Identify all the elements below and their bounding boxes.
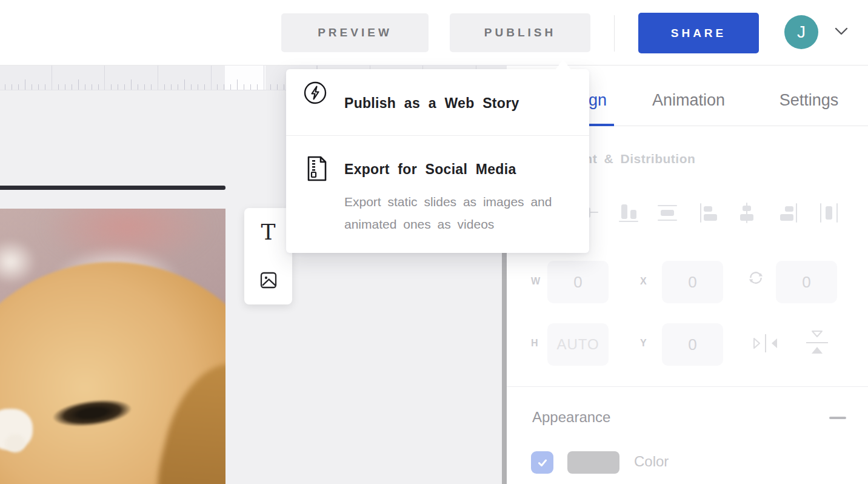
align-horizontal-center-icon[interactable] (735, 201, 759, 225)
menu-item-publish-web-story[interactable]: Publish as a Web Story (286, 69, 589, 135)
publish-dropdown-menu: Publish as a Web Story Export for Social… (286, 69, 589, 253)
menu-item-title: Export for Social Media (344, 161, 516, 178)
align-right-icon[interactable] (776, 201, 800, 225)
flip-vertical-icon[interactable] (804, 329, 830, 357)
section-divider (507, 386, 868, 387)
dropdown-caret (555, 59, 571, 70)
rotation-icon (747, 269, 764, 286)
element-toolbar: T (244, 208, 292, 304)
x-label: X (640, 276, 647, 287)
bone-treat-small (5, 434, 25, 452)
chevron-down-icon[interactable] (833, 24, 850, 38)
share-button[interactable]: SHARE (638, 13, 759, 53)
menu-item-title: Publish as a Web Story (344, 95, 519, 112)
text-tool-button[interactable]: T (244, 208, 292, 256)
menu-item-description: Export static slides as images and anima… (344, 190, 569, 235)
height-label: H (531, 338, 539, 349)
color-swatch[interactable] (567, 451, 619, 474)
width-input[interactable] (547, 261, 609, 303)
flip-horizontal-icon[interactable] (752, 332, 780, 354)
rotation-input[interactable] (776, 261, 837, 303)
align-bottom-icon[interactable] (616, 201, 641, 225)
menu-item-export-social[interactable]: Export for Social Media Export static sl… (286, 136, 589, 253)
topbar-divider (614, 15, 615, 52)
color-label: Color (634, 453, 669, 470)
avatar[interactable]: J (784, 15, 818, 49)
canvas-divider-element[interactable] (0, 186, 225, 190)
collapse-minus-icon[interactable] (829, 417, 846, 419)
zip-file-icon (306, 155, 328, 182)
y-input[interactable] (662, 323, 723, 366)
tab-settings[interactable]: Settings (771, 85, 847, 115)
width-label: W (531, 276, 541, 287)
check-icon (536, 457, 549, 469)
image-icon (259, 271, 278, 290)
lightning-circle-icon (303, 81, 327, 105)
x-input[interactable] (662, 261, 723, 303)
preview-button[interactable]: PREVIEW (281, 13, 429, 52)
fill-color-checkbox[interactable] (531, 451, 553, 474)
distribute-vertical-icon[interactable] (655, 201, 679, 225)
y-label: Y (640, 338, 647, 349)
distribute-horizontal-icon[interactable] (816, 201, 841, 225)
align-left-icon[interactable] (697, 201, 721, 225)
tab-animation[interactable]: Animation (644, 85, 733, 115)
publish-button[interactable]: PUBLISH (450, 13, 590, 52)
story-editor: T Design Animation Settings Alignment & … (0, 0, 868, 484)
height-input[interactable] (547, 323, 609, 366)
text-tool-icon: T (261, 220, 275, 244)
dog-photo-element[interactable] (0, 209, 225, 484)
image-tool-button[interactable] (244, 256, 292, 304)
appearance-section-title: Appearance (532, 409, 610, 426)
